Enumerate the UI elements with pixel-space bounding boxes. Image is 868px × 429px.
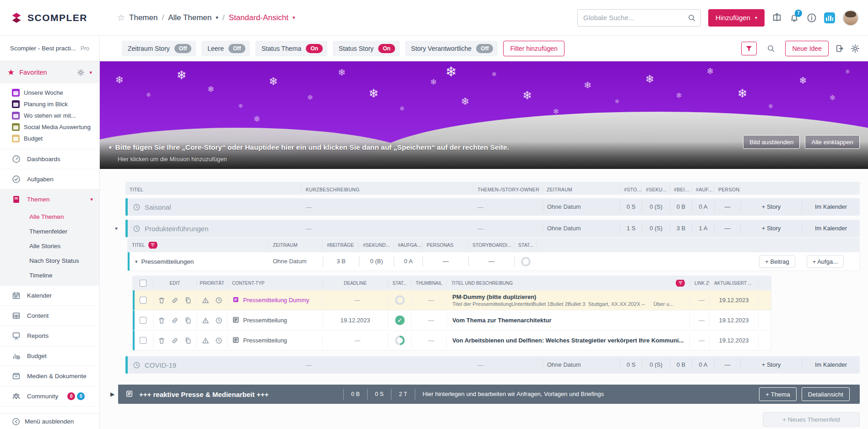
column-header-zeitraum[interactable]: ZEITRAUM (269, 242, 323, 249)
row-checkbox[interactable] (140, 337, 146, 344)
add-story-button[interactable]: + Story (740, 360, 802, 370)
sidebar-item-reports[interactable]: Reports (0, 326, 99, 346)
favorite-item-social-media[interactable]: Social Media Auswertung (0, 121, 99, 133)
collapse-caret-icon[interactable]: ▾ (115, 225, 118, 232)
theme-title[interactable]: COVID-19 (145, 361, 176, 369)
story-title[interactable]: Pressemitteilungen (141, 258, 194, 265)
export-icon[interactable] (835, 44, 844, 53)
content-row-vom-thema[interactable]: Pressemitteilung 19.12.2023 ✓ — Vom Them… (133, 310, 771, 330)
link-icon[interactable] (171, 317, 179, 324)
status-ring-done[interactable]: ✓ (395, 315, 405, 325)
content-type-label[interactable]: Pressemitteilung (243, 337, 287, 344)
chevron-down-icon[interactable]: ▾ (216, 15, 218, 21)
column-header-kurzbeschreibung[interactable]: KURZBESCHREIBUNG (302, 186, 473, 193)
column-header-aufgaben[interactable]: #AUF... (692, 186, 714, 193)
column-header-aufgaben[interactable]: #AUFGA... (394, 242, 423, 249)
chevron-down-icon[interactable]: ▾ (293, 15, 295, 21)
column-header-deadline[interactable]: DEADLINE (323, 280, 388, 287)
link-icon[interactable] (171, 297, 179, 304)
menu-collapse-button[interactable]: Menü ausblenden (0, 413, 99, 429)
academy-book-icon[interactable] (772, 13, 782, 23)
avatar[interactable] (842, 10, 859, 26)
notifications-bell-icon[interactable]: 7 (789, 13, 799, 23)
sidebar-item-nach-story-status[interactable]: Nach Story Status (0, 253, 99, 268)
content-row-von-arbeitsbienen[interactable]: Pressemitteilung — — Von Arbeitsbienen u… (133, 330, 771, 350)
favorite-item-unsere-woche[interactable]: Unsere Woche (0, 87, 99, 98)
column-header-sekundaer[interactable]: #SEKUND... (359, 242, 394, 249)
duplicate-icon[interactable] (184, 337, 192, 344)
delete-icon[interactable] (158, 337, 165, 344)
favorite-item-budget[interactable]: Budget (0, 133, 99, 144)
table-search-icon[interactable] (763, 42, 779, 55)
add-beitrag-button[interactable]: + Beitrag (759, 255, 795, 268)
theme-title[interactable]: Saisonal (145, 203, 171, 211)
filter-pill-story-verantwortliche[interactable]: Story Verantwortliche Off (405, 41, 498, 56)
column-header-beitraege[interactable]: #BEI... (670, 186, 692, 193)
new-idea-button[interactable]: Neue Idee (785, 41, 829, 56)
status-ring-empty[interactable] (395, 295, 405, 305)
filter-pill-status-story[interactable]: Status Story On (333, 41, 400, 56)
themenfeld-title[interactable]: +++ reaktive Presse & Medienarbeit +++ (139, 391, 269, 398)
select-all-checkbox[interactable] (140, 280, 146, 287)
sidebar-item-content[interactable]: Content (0, 305, 99, 326)
column-header-zeitraum[interactable]: ZEITRAUM (542, 186, 620, 193)
workspace-selector[interactable]: Scompler - Best practi... Pro (0, 36, 100, 61)
sidebar-item-mappen[interactable]: Mappen (0, 406, 99, 413)
column-header-status[interactable]: STAT... (388, 280, 412, 287)
filter-pill-zeitraum-story[interactable]: Zeitraum Story Off (122, 41, 196, 56)
column-header-link[interactable]: LINK ZU... (690, 280, 710, 287)
theme-zeitraum[interactable]: Ohne Datum (542, 223, 620, 234)
messenger-icon[interactable] (824, 12, 835, 23)
expand-caret-icon[interactable]: ▶ (110, 391, 114, 397)
sidebar-item-alle-stories[interactable]: Alle Stories (0, 239, 99, 253)
status-ring[interactable] (521, 257, 531, 266)
content-title[interactable]: Von Arbeitsbienen und Delfinen: Welches … (452, 337, 684, 344)
column-header-owner[interactable]: THEMEN-/STORY-OWNER (473, 186, 542, 193)
im-kalender-button[interactable]: Im Kalender (802, 202, 860, 212)
breadcrumb-alle-themen[interactable]: Alle Themen (168, 13, 212, 22)
sidebar-item-budget[interactable]: Budget (0, 346, 99, 366)
filter-pill-status-thema[interactable]: Status Thema On (255, 41, 327, 56)
collapse-caret-icon[interactable]: ▾ (135, 259, 138, 265)
search-icon[interactable] (688, 14, 696, 22)
content-type-label[interactable]: Pressemitteilung (243, 317, 287, 324)
logo[interactable]: SCOMPLER (0, 0, 100, 36)
theme-row-saisonal[interactable]: Saisonal — — Ohne Datum 0 S 0 (S) 0 B 0 … (125, 198, 860, 216)
themenfeld-row-reaktive-presse[interactable]: ▶ +++ reaktive Presse & Medienarbeit +++… (118, 385, 860, 404)
info-icon[interactable] (807, 13, 817, 23)
favorite-item-wo-stehen-wir[interactable]: Wo stehen wir mit... (0, 110, 99, 121)
search-input[interactable] (583, 14, 688, 22)
column-header-beitraege[interactable]: #BEITRÄGE (323, 242, 359, 249)
column-header-aktualisiert[interactable]: AKTUALISIERT ... (710, 280, 759, 287)
theme-title[interactable]: Produkteinführungen (145, 225, 208, 233)
content-type-label[interactable]: Pressemitteilung Dummy (243, 297, 309, 304)
schedule-clock-icon[interactable] (215, 337, 222, 344)
theme-row-covid-19[interactable]: COVID-19 — — Ohne Datum 0 S 0 (S) 0 B 0 … (125, 356, 860, 374)
breadcrumb-themen[interactable]: Themen (129, 13, 157, 22)
schedule-clock-icon[interactable] (215, 297, 222, 304)
sidebar-item-themenfelder[interactable]: Themenfelder (0, 224, 99, 239)
add-story-button[interactable]: + Story (740, 223, 802, 234)
new-themenfeld-button[interactable]: + Neues Themenfeld (763, 412, 860, 427)
column-header-sekundaer[interactable]: #SEKU... (642, 186, 670, 193)
column-header-personas[interactable]: PERSONAS (714, 186, 740, 193)
hide-image-button[interactable]: Bild ausblenden (743, 135, 800, 149)
sidebar-item-alle-themen[interactable]: Alle Themen (0, 209, 99, 224)
add-story-button[interactable]: + Story (740, 202, 802, 212)
delete-icon[interactable] (158, 297, 165, 304)
priority-warning-icon[interactable] (202, 337, 209, 344)
sidebar-item-community[interactable]: Community 0 0 (0, 386, 99, 406)
sidebar-item-themen[interactable]: Themen ▾ (0, 189, 99, 209)
chevron-down-icon[interactable]: ▾ (109, 145, 112, 151)
row-checkbox[interactable] (140, 317, 146, 324)
column-header-content-typ[interactable]: CONTENT-TYP (228, 280, 323, 287)
status-ring-half[interactable] (395, 336, 405, 345)
theme-row-produkteinfuehrungen[interactable]: ▾ Produkteinführungen — — Ohne Datum 1 S… (125, 220, 860, 237)
column-header-thumbnail[interactable]: THUMBNAIL (412, 280, 447, 287)
schedule-clock-icon[interactable] (215, 317, 222, 324)
priority-warning-icon[interactable] (202, 317, 209, 324)
add-aufgabe-button[interactable]: + Aufga... (807, 255, 844, 268)
column-header-titel-beschreibung[interactable]: TITEL UND BESCHREIBUNG (447, 280, 690, 287)
filter-icon[interactable] (741, 42, 757, 55)
duplicate-icon[interactable] (184, 297, 192, 304)
